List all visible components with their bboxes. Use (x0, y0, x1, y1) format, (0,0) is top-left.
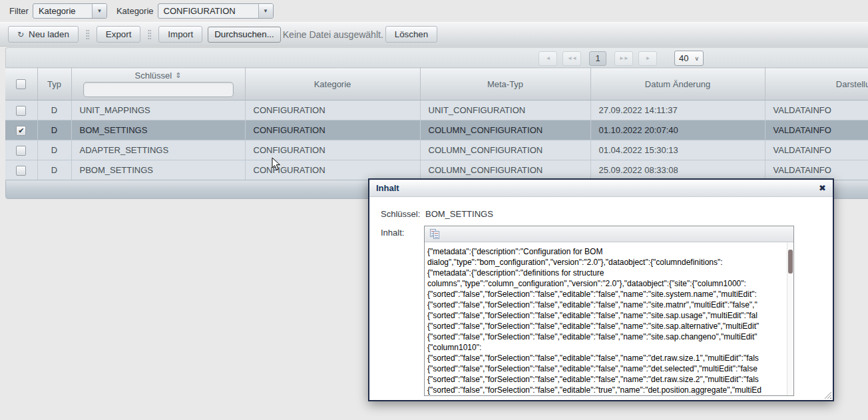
reload-button-label: Neu laden (29, 29, 69, 39)
pagination-strip: ◄ ◄◄ 1 ►► ► 40 ∨ (5, 47, 868, 67)
cell-category: CONFIGURATION (245, 120, 420, 140)
chevron-down-icon[interactable]: ▼ (92, 4, 107, 18)
table-header-row: Typ Schlüssel ⇕ Kategorie Meta-Typ Datum… (5, 68, 868, 101)
refresh-icon: ↻ (17, 30, 24, 39)
last-page-button[interactable]: ► (638, 51, 657, 66)
cell-typ: D (37, 120, 71, 140)
filter-combobox[interactable]: Kategorie ▼ (33, 3, 107, 19)
toolbar-grip (86, 29, 89, 40)
page-size-select[interactable]: 40 ∨ (674, 51, 704, 66)
file-status-text: Keine Datei ausgewählt. (283, 29, 383, 40)
editor-toolbar (425, 226, 793, 242)
dialog-content-label: Inhalt: (381, 228, 404, 238)
category-combobox-value[interactable]: CONFIGURATION (158, 4, 258, 18)
cell-typ: D (37, 140, 71, 160)
filter-bar: Filter Kategorie ▼ Kategorie CONFIGURATI… (0, 0, 868, 22)
next-page-button[interactable]: ►► (614, 51, 633, 66)
column-header-typ: Typ (37, 68, 71, 101)
mouse-cursor-icon (272, 157, 281, 171)
cell-display: VALDATAINFO (765, 140, 868, 160)
dialog-key-value: BOM_SETTINGS (425, 209, 493, 219)
resize-handle-icon[interactable] (824, 391, 831, 399)
cell-meta-type: COLUMN_CONFIGURATION (420, 160, 590, 180)
cell-meta-type: COLUMN_CONFIGURATION (420, 120, 590, 140)
current-page-button[interactable]: 1 (589, 51, 606, 66)
chevron-down-icon: ∨ (694, 55, 699, 62)
close-icon[interactable]: ✖ (819, 183, 826, 193)
table-row-selected[interactable]: ✔ D BOM_SETTINGS CONFIGURATION COLUMN_CO… (5, 120, 868, 140)
row-checkbox[interactable] (16, 146, 26, 156)
delete-button[interactable]: Löschen (385, 26, 437, 43)
table-row[interactable]: D PBOM_SETTINGS CONFIGURATION COLUMN_CON… (5, 160, 868, 180)
previous-page-button[interactable]: ◄◄ (562, 51, 581, 66)
table-row[interactable]: D ADAPTER_SETTINGS CONFIGURATION COLUMN_… (5, 140, 868, 160)
key-filter-input[interactable] (83, 82, 234, 97)
cell-display: VALDATAINFO (765, 160, 868, 180)
table-row[interactable]: D UNIT_MAPPINGS CONFIGURATION UNIT_CONFI… (5, 101, 868, 120)
content-text-area[interactable]: {"metadata":{"description":"Configuratio… (425, 242, 787, 395)
cell-date-changed: 27.09.2022 14:11:37 (590, 101, 765, 120)
content-editor[interactable]: {"metadata":{"description":"Configuratio… (424, 226, 794, 396)
category-label: Kategorie (116, 6, 154, 16)
cell-key: UNIT_MAPPINGS (71, 101, 245, 120)
cell-meta-type: COLUMN_CONFIGURATION (420, 140, 590, 160)
cell-key: BOM_SETTINGS (71, 120, 245, 140)
data-table: Typ Schlüssel ⇕ Kategorie Meta-Typ Datum… (5, 67, 868, 180)
content-dialog: Inhalt ✖ Schlüssel: BOM_SETTINGS Inhalt:… (368, 178, 834, 401)
cell-display: VALDATAINFO (765, 120, 868, 140)
column-header-category: Kategorie (245, 68, 420, 101)
cell-display: VALDATAINFO (765, 101, 868, 120)
vertical-scrollbar[interactable] (787, 242, 793, 395)
column-header-meta-type: Meta-Typ (420, 68, 590, 101)
pager: ◄ ◄◄ 1 ►► ► 40 ∨ (539, 51, 704, 66)
filter-combobox-value[interactable]: Kategorie (33, 4, 92, 18)
scrollbar-thumb[interactable] (788, 250, 793, 274)
sort-icon[interactable]: ⇕ (175, 71, 181, 80)
cell-meta-type: UNIT_CONFIGURATION (420, 101, 590, 120)
dialog-key-label: Schlüssel: (381, 209, 420, 219)
toolbar-grip (148, 29, 151, 40)
column-header-date-changed: Datum Änderung (590, 68, 765, 101)
content-json-text: {"metadata":{"description":"Configuratio… (427, 246, 785, 395)
cell-date-changed: 25.09.2022 08:33:08 (590, 160, 765, 180)
cell-date-changed: 01.10.2022 20:07:40 (590, 120, 765, 140)
column-header-display: Darstellung (765, 68, 868, 101)
row-checkbox-checked[interactable]: ✔ (16, 126, 26, 136)
dialog-title: Inhalt (376, 183, 399, 193)
export-button[interactable]: Export (97, 26, 141, 43)
key-sort-header[interactable]: Schlüssel ⇕ (135, 71, 182, 81)
column-header-key-label: Schlüssel (135, 71, 172, 81)
first-page-button[interactable]: ◄ (539, 51, 557, 66)
browse-file-button[interactable]: Durchsuchen... (208, 27, 281, 43)
page-size-value: 40 (679, 53, 688, 63)
dialog-title-bar[interactable]: Inhalt ✖ (369, 180, 833, 197)
select-all-checkbox[interactable] (16, 79, 26, 89)
category-combobox[interactable]: CONFIGURATION ▼ (158, 3, 274, 19)
cell-date-changed: 01.04.2022 15:30:13 (590, 140, 765, 160)
import-button[interactable]: Import (158, 26, 202, 43)
toolbar: ↻ Neu laden Export Import Durchsuchen...… (0, 22, 868, 47)
copy-icon[interactable] (430, 229, 441, 240)
filter-label: Filter (9, 6, 29, 16)
column-header-key: Schlüssel ⇕ (71, 68, 245, 101)
cell-category: CONFIGURATION (245, 101, 420, 120)
cell-typ: D (37, 101, 71, 120)
check-icon: ✔ (18, 126, 24, 135)
row-checkbox[interactable] (16, 166, 26, 176)
chevron-down-icon[interactable]: ▼ (258, 4, 273, 18)
cell-key: PBOM_SETTINGS (71, 160, 245, 180)
cell-typ: D (37, 160, 71, 180)
row-checkbox[interactable] (16, 106, 26, 116)
cell-key: ADAPTER_SETTINGS (71, 140, 245, 160)
header-checkbox-cell (5, 68, 37, 101)
reload-button[interactable]: ↻ Neu laden (8, 26, 79, 43)
